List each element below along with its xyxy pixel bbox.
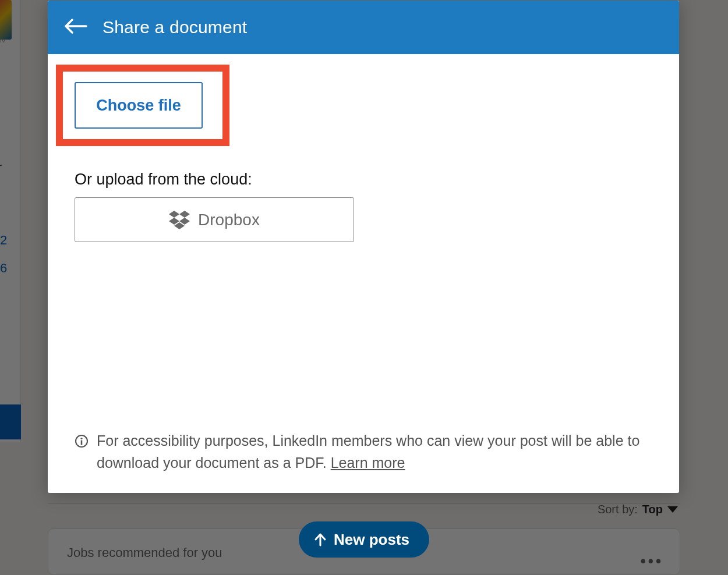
new-posts-label: New posts <box>334 531 409 549</box>
dropbox-icon <box>169 211 190 229</box>
info-text-wrapper: For accessibility purposes, LinkedIn mem… <box>97 430 652 474</box>
choose-file-button[interactable]: Choose file <box>75 82 203 129</box>
arrow-left-icon <box>64 18 87 37</box>
learn-more-link[interactable]: Learn more <box>331 455 405 471</box>
back-button[interactable] <box>61 12 91 42</box>
share-document-modal: Share a document Choose file Or upload f… <box>48 1 679 493</box>
info-icon <box>75 432 89 455</box>
modal-title: Share a document <box>103 17 247 37</box>
svg-point-7 <box>80 438 82 439</box>
cloud-upload-label: Or upload from the cloud: <box>75 171 252 189</box>
accessibility-info: For accessibility purposes, LinkedIn mem… <box>75 430 652 474</box>
modal-body: Choose file Or upload from the cloud: Dr… <box>48 54 679 493</box>
svg-marker-1 <box>169 211 179 218</box>
dropbox-label: Dropbox <box>198 211 260 229</box>
modal-header: Share a document <box>48 1 679 54</box>
svg-marker-2 <box>179 211 190 218</box>
dropbox-button[interactable]: Dropbox <box>75 197 354 242</box>
choose-file-label: Choose file <box>96 97 181 115</box>
new-posts-button[interactable]: New posts <box>299 521 429 558</box>
arrow-up-icon <box>314 533 327 546</box>
svg-rect-8 <box>81 441 83 445</box>
